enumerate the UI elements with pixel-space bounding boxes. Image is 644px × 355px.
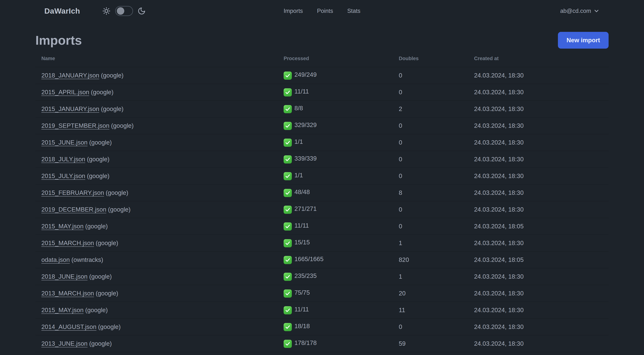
processed-cell: 8/8 <box>278 101 393 117</box>
import-source-label: (google) <box>87 172 110 179</box>
app-logo[interactable]: DaWarIch <box>44 7 80 15</box>
table-row: 2019_SEPTEMBER.json(google) 329/329 0 24… <box>36 117 608 134</box>
doubles-cell: 2 <box>393 101 468 117</box>
nav-link-stats[interactable]: Stats <box>347 8 360 14</box>
check-badge-icon <box>284 290 292 298</box>
imports-table: Name Processed Doubles Created at 2018_J… <box>36 50 608 355</box>
check-badge-icon <box>284 256 292 264</box>
column-header-processed: Processed <box>278 50 393 67</box>
theme-toggle[interactable] <box>115 6 133 16</box>
name-cell: 2014_AUGUST.json(google) <box>36 319 278 335</box>
processed-cell: 1/1 <box>278 134 393 151</box>
import-file-link[interactable]: 2015_JANUARY.json <box>41 105 99 112</box>
theme-toggle-knob[interactable] <box>117 7 124 15</box>
import-file-link[interactable]: odata.json <box>41 256 70 263</box>
import-source-label: (google) <box>111 122 134 129</box>
created-at-cell: 24.03.2024, 18:05 <box>468 218 608 235</box>
processed-count: 1/1 <box>294 138 303 145</box>
doubles-cell: 8 <box>393 184 468 201</box>
name-cell: 2018_JULY.json(google) <box>36 151 278 168</box>
created-at-cell: 24.03.2024, 18:30 <box>468 101 608 117</box>
check-badge-icon <box>284 206 292 214</box>
created-at-cell: 24.03.2024, 18:30 <box>468 235 608 251</box>
doubles-cell: 0 <box>393 151 468 168</box>
processed-count: 235/235 <box>294 272 316 279</box>
import-source-label: (google) <box>87 156 110 163</box>
check-badge-icon <box>284 172 292 180</box>
table-row <box>36 352 608 355</box>
name-cell: 2015_FEBRUARY.json(google) <box>36 184 278 201</box>
created-at-cell: 24.03.2024, 18:30 <box>468 268 608 285</box>
doubles-cell: 1 <box>393 268 468 285</box>
import-file-link[interactable]: 2019_DECEMBER.json <box>41 206 106 213</box>
import-file-link[interactable]: 2014_AUGUST.json <box>41 323 96 330</box>
import-file-link[interactable]: 2015_JUNE.json <box>41 139 88 146</box>
name-cell <box>36 352 278 355</box>
created-at-cell: 24.03.2024, 18:30 <box>468 201 608 218</box>
name-cell: 2015_MAY.json(google) <box>36 218 278 235</box>
doubles-cell: 11 <box>393 302 468 319</box>
table-header-row: Name Processed Doubles Created at <box>36 50 608 67</box>
processed-cell: 15/15 <box>278 235 393 251</box>
new-import-button[interactable]: New import <box>558 32 608 49</box>
check-badge-icon <box>284 88 292 96</box>
processed-count: 48/48 <box>294 188 310 195</box>
check-badge-icon <box>284 155 292 164</box>
name-cell: 2019_SEPTEMBER.json(google) <box>36 117 278 134</box>
import-file-link[interactable]: 2015_MAY.json <box>41 223 84 230</box>
import-file-link[interactable]: 2015_MARCH.json <box>41 240 94 246</box>
processed-cell: 235/235 <box>278 268 393 285</box>
table-row: 2013_JUNE.json(google) 178/178 59 24.03.… <box>36 335 608 352</box>
created-at-cell: 24.03.2024, 18:30 <box>468 285 608 302</box>
table-row: 2015_FEBRUARY.json(google) 48/48 8 24.03… <box>36 184 608 201</box>
column-header-name: Name <box>36 50 278 67</box>
doubles-cell: 0 <box>393 117 468 134</box>
processed-cell: 75/75 <box>278 285 393 302</box>
created-at-cell: 24.03.2024, 18:30 <box>468 302 608 319</box>
check-badge-icon <box>284 273 292 281</box>
import-file-link[interactable]: 2018_JANUARY.json <box>41 72 99 79</box>
import-file-link[interactable]: 2013_MARCH.json <box>41 290 94 297</box>
name-cell: 2015_JULY.json(google) <box>36 168 278 184</box>
created-at-cell: 24.03.2024, 18:30 <box>468 168 608 184</box>
import-source-label: (google) <box>91 89 114 95</box>
name-cell: 2015_JANUARY.json(google) <box>36 101 278 117</box>
name-cell: 2018_JANUARY.json(google) <box>36 67 278 84</box>
processed-count: 339/339 <box>294 155 316 162</box>
processed-cell: 1/1 <box>278 168 393 184</box>
import-source-label: (google) <box>98 323 120 330</box>
nav-link-imports[interactable]: Imports <box>284 8 303 14</box>
processed-cell <box>278 352 393 355</box>
user-menu[interactable]: ab@cd.com <box>560 8 600 14</box>
doubles-cell: 1 <box>393 235 468 251</box>
name-cell: 2013_JUNE.json(google) <box>36 335 278 352</box>
import-file-link[interactable]: 2015_JULY.json <box>41 172 85 179</box>
doubles-cell <box>393 352 468 355</box>
import-source-label: (google) <box>89 139 112 146</box>
import-source-label: (google) <box>101 105 124 112</box>
name-cell: 2015_JUNE.json(google) <box>36 134 278 151</box>
import-file-link[interactable]: 2015_MAY.json <box>41 307 84 314</box>
processed-count: 11/11 <box>294 222 309 229</box>
main-nav: Imports Points Stats <box>284 8 360 14</box>
import-file-link[interactable]: 2015_FEBRUARY.json <box>41 189 104 196</box>
check-badge-icon <box>284 189 292 197</box>
processed-cell: 11/11 <box>278 302 393 319</box>
import-source-label: (google) <box>108 206 131 213</box>
check-badge-icon <box>284 122 292 130</box>
table-row: 2015_JANUARY.json(google) 8/8 2 24.03.20… <box>36 101 608 117</box>
import-source-label: (google) <box>106 189 128 196</box>
table-row: 2014_AUGUST.json(google) 18/18 0 24.03.2… <box>36 319 608 335</box>
nav-link-points[interactable]: Points <box>317 8 333 14</box>
import-file-link[interactable]: 2018_JULY.json <box>41 156 85 163</box>
import-file-link[interactable]: 2019_SEPTEMBER.json <box>41 122 110 129</box>
import-file-link[interactable]: 2013_JUNE.json <box>41 340 88 347</box>
processed-count: 1665/1665 <box>294 256 324 262</box>
check-badge-icon <box>284 71 292 80</box>
table-row: 2015_JULY.json(google) 1/1 0 24.03.2024,… <box>36 168 608 184</box>
import-file-link[interactable]: 2015_APRIL.json <box>41 89 89 95</box>
import-file-link[interactable]: 2018_JUNE.json <box>41 273 88 280</box>
name-cell: 2015_APRIL.json(google) <box>36 84 278 101</box>
created-at-cell: 24.03.2024, 18:30 <box>468 134 608 151</box>
created-at-cell: 24.03.2024, 18:30 <box>468 184 608 201</box>
